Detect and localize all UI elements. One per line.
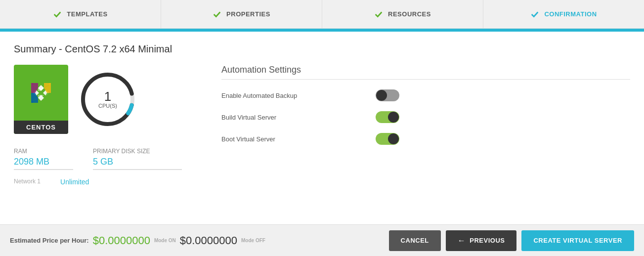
check-icon-properties	[213, 10, 221, 19]
centos-logo-area	[14, 65, 68, 121]
mode-on-label: Mode ON	[154, 238, 176, 243]
cpu-count: 1	[98, 90, 117, 103]
disk-stat: Primary disk size 5 GB	[93, 148, 182, 170]
network-row: Network 1 Unlimited	[14, 178, 202, 186]
price-on-number: $0.0000000	[93, 234, 150, 247]
wizard-step-confirmation-label: CONFIRMATION	[544, 10, 597, 18]
backup-label: Enable Automated Backup	[221, 92, 297, 99]
price-off-value: $0.0000000	[180, 234, 237, 247]
cpu-label: CPU(S)	[98, 103, 117, 109]
mode-off-label: Mode OFF	[241, 238, 265, 243]
estimated-label: Estimated Price per Hour:	[10, 237, 89, 244]
wizard-step-properties[interactable]: PROPERTIES	[161, 0, 322, 28]
previous-label: PREVIOUS	[470, 237, 505, 244]
wizard-step-resources[interactable]: RESOURCES	[322, 0, 483, 28]
footer: Estimated Price per Hour: $0.0000000 Mod…	[0, 224, 644, 256]
build-label: Build Virtual Server	[221, 114, 276, 121]
cpu-center: 1 CPU(S)	[98, 90, 117, 109]
ram-value: 2098 MB	[14, 157, 73, 167]
build-toggle[interactable]	[376, 111, 399, 123]
centos-logo-svg	[26, 78, 56, 108]
content-layout: CENTOS 1 CPU(S)	[14, 65, 630, 186]
backup-toggle-knob	[376, 90, 387, 101]
build-setting-row: Build Virtual Server	[221, 111, 399, 123]
create-virtual-server-button[interactable]: CREATE VIRTUAL SERVER	[521, 230, 634, 251]
price-off-number: $0.0000000	[180, 234, 237, 247]
os-card: CENTOS 1 CPU(S)	[14, 65, 202, 134]
os-label: CENTOS	[14, 121, 68, 134]
network-value: Unlimited	[60, 178, 89, 186]
svg-marker-12	[38, 88, 44, 91]
main-content: Summary - CentOS 7.2 x64 Minimal	[0, 32, 644, 224]
boot-label: Boot Virtual Server	[221, 135, 275, 143]
wizard-step-templates[interactable]: TEMPLATES	[0, 0, 161, 28]
network-label: Network 1	[14, 178, 41, 186]
previous-arrow-icon: ←	[458, 236, 466, 245]
disk-label: Primary disk size	[93, 148, 182, 155]
price-on-value: $0.0000000	[93, 234, 150, 247]
summary-section: CENTOS 1 CPU(S)	[14, 65, 202, 186]
page-title: Summary - CentOS 7.2 x64 Minimal	[14, 43, 630, 55]
ram-stat: RAM 2098 MB	[14, 148, 73, 170]
check-icon-confirmation	[530, 10, 539, 19]
build-toggle-knob	[388, 112, 399, 123]
automation-section: Automation Settings Enable Automated Bac…	[221, 65, 630, 186]
automation-title: Automation Settings	[221, 65, 630, 75]
disk-value: 5 GB	[93, 157, 182, 167]
os-icon-box: CENTOS	[14, 65, 68, 134]
wizard-step-confirmation[interactable]: CONFIRMATION	[483, 0, 644, 28]
disk-divider	[93, 169, 182, 170]
ram-label: RAM	[14, 148, 73, 155]
backup-toggle[interactable]	[376, 89, 399, 101]
previous-button[interactable]: ← PREVIOUS	[446, 230, 517, 251]
check-icon-resources	[374, 10, 383, 19]
backup-setting-row: Enable Automated Backup	[221, 89, 399, 101]
cancel-button[interactable]: CANCEL	[389, 230, 441, 251]
boot-setting-row: Boot Virtual Server	[221, 133, 399, 145]
estimated-price-section: Estimated Price per Hour: $0.0000000 Mod…	[10, 234, 384, 247]
wizard-step-properties-label: PROPERTIES	[226, 10, 270, 18]
ram-divider	[14, 169, 73, 170]
stat-group: RAM 2098 MB Primary disk size 5 GB	[14, 148, 202, 170]
check-icon-templates	[53, 10, 62, 19]
automation-divider	[221, 79, 630, 80]
wizard-step-resources-label: RESOURCES	[388, 10, 431, 18]
boot-toggle-knob	[388, 133, 399, 144]
wizard-step-templates-label: TEMPLATES	[67, 10, 107, 18]
boot-toggle[interactable]	[376, 133, 399, 145]
wizard-header: TEMPLATES PROPERTIES RESOURCES CONFIRMAT…	[0, 0, 644, 29]
cpu-gauge: 1 CPU(S)	[78, 70, 137, 129]
